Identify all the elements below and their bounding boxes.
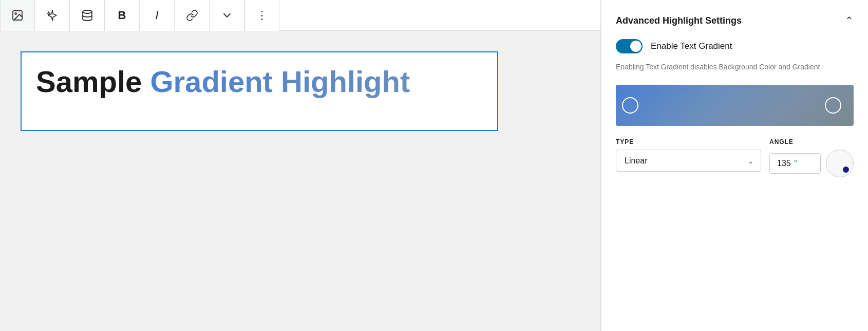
gradient-stop-left[interactable] bbox=[622, 97, 638, 114]
italic-icon-label: I bbox=[155, 9, 158, 22]
bold-button[interactable]: B bbox=[105, 0, 140, 31]
angle-field-group: ANGLE 135 ° bbox=[769, 138, 854, 177]
gradient-stop-right[interactable] bbox=[825, 97, 841, 114]
settings-header: Advanced Highlight Settings ⌃ bbox=[616, 14, 854, 27]
sample-text-gradient: Gradient Highlight bbox=[150, 65, 410, 98]
toggle-label: Enable Text Gradient bbox=[651, 41, 732, 51]
text-block[interactable]: Sample Gradient Highlight bbox=[21, 51, 498, 131]
type-angle-row: TYPE Linear Radial ⌄ ANGLE 135 ° bbox=[616, 138, 854, 177]
type-label: TYPE bbox=[616, 138, 761, 145]
dropdown-button[interactable] bbox=[210, 0, 244, 31]
description-text: Enabling Text Gradient disables Backgrou… bbox=[616, 62, 854, 72]
angle-dial[interactable] bbox=[826, 150, 854, 177]
type-select-wrapper: Linear Radial ⌄ bbox=[616, 150, 761, 172]
sample-heading: Sample Gradient Highlight bbox=[36, 65, 483, 99]
toggle-track bbox=[616, 39, 643, 53]
more-button[interactable]: ⋮ bbox=[244, 0, 279, 31]
database-button[interactable] bbox=[70, 0, 105, 31]
svg-point-2 bbox=[83, 10, 92, 13]
link-button[interactable] bbox=[175, 0, 210, 31]
italic-button[interactable]: I bbox=[140, 0, 175, 31]
gradient-bar[interactable] bbox=[616, 85, 854, 126]
type-select[interactable]: Linear Radial bbox=[616, 150, 761, 172]
gradient-bar-wrapper bbox=[616, 85, 854, 126]
dial-dot bbox=[843, 167, 849, 173]
sample-text-plain: Sample bbox=[36, 65, 150, 98]
sparkle-button[interactable] bbox=[35, 0, 70, 31]
settings-panel: Advanced Highlight Settings ⌃ Enable Tex… bbox=[601, 0, 868, 331]
angle-wrapper: 135 ° bbox=[769, 150, 854, 177]
angle-label: ANGLE bbox=[769, 138, 854, 145]
angle-input-box[interactable]: 135 ° bbox=[769, 153, 821, 174]
more-dots-icon: ⋮ bbox=[256, 9, 268, 22]
angle-value: 135 bbox=[777, 159, 791, 168]
degree-symbol: ° bbox=[794, 159, 797, 168]
enable-gradient-toggle[interactable] bbox=[616, 39, 643, 53]
content-area: Sample Gradient Highlight bbox=[0, 31, 600, 331]
toolbar: B I ⋮ bbox=[0, 0, 600, 31]
collapse-button[interactable]: ⌃ bbox=[845, 14, 854, 27]
bold-icon-label: B bbox=[118, 9, 126, 22]
image-button[interactable] bbox=[0, 0, 35, 31]
settings-title: Advanced Highlight Settings bbox=[616, 15, 742, 26]
toggle-row: Enable Text Gradient bbox=[616, 39, 854, 53]
svg-point-1 bbox=[15, 13, 16, 14]
editor-panel: B I ⋮ Sample Gradient Highlight bbox=[0, 0, 601, 331]
type-field-group: TYPE Linear Radial ⌄ bbox=[616, 138, 761, 172]
toggle-thumb bbox=[630, 41, 641, 52]
